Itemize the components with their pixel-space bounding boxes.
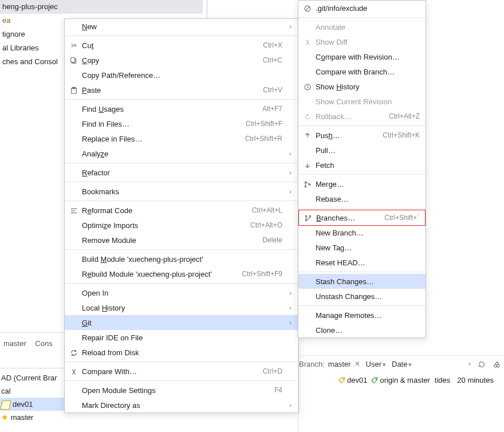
branch-local-group[interactable]: cal [0,384,64,398]
git-show-diff: Show Diff [298,34,426,49]
menu-separator [298,208,426,209]
git-new-tag[interactable]: New Tag… [298,240,426,255]
menu-find-in-files[interactable]: Find in Files… Ctrl+Shift+F [65,116,298,131]
git-log-row[interactable]: dev01 origin & master tides 20 minutes [338,374,504,386]
star-icon: ★ [1,413,9,422]
divider [0,332,63,333]
menu-separator [65,36,298,36]
git-rebase[interactable]: Rebase… [298,191,426,206]
log-commit-age: 20 minutes [457,376,494,384]
menu-replace-in-files[interactable]: Replace in Files… Ctrl+Shift+R [65,131,298,146]
menu-separator [298,272,426,272]
menu-paste[interactable]: Paste Ctrl+V [65,83,298,97]
git-compare-branch[interactable]: Compare with Branch… [298,64,426,79]
svg-point-16 [494,364,497,367]
menu-git[interactable]: Git › [65,315,298,330]
menu-separator [298,125,426,126]
git-fetch[interactable]: Fetch [298,158,426,172]
circle-slash-icon [302,3,313,13]
menu-build-module[interactable]: Build Module 'xuecheng-plus-project' [65,252,298,266]
clear-branch-filter-icon[interactable]: ✕ [355,360,360,368]
svg-point-19 [376,378,377,379]
menu-bookmarks[interactable]: Bookmarks › [65,184,298,199]
git-exclude[interactable]: .git/info/exclude [298,1,426,15]
menu-analyze[interactable]: Analyze › [65,146,298,161]
menu-separator [65,362,298,362]
git-merge[interactable]: Merge… [298,176,426,191]
git-stash-changes[interactable]: Stash Changes… [298,274,426,289]
menu-separator [65,99,298,100]
git-unstash-changes[interactable]: Unstash Changes… [298,289,426,304]
diff-icon [302,37,313,46]
date-filter[interactable]: Date▾ [392,360,418,368]
git-branches[interactable]: Branches… Ctrl+Shift+` [298,210,426,226]
menu-local-history[interactable]: Local History › [65,300,298,315]
git-reset-head[interactable]: Reset HEAD… [298,255,426,270]
menu-separator [298,305,426,306]
menu-compare-with[interactable]: Compare With… Ctrl+D [65,364,298,379]
menu-reload-from-disk[interactable]: Reload from Disk [65,345,298,360]
refresh-icon[interactable] [478,359,486,368]
lower-tabs: master Cons [0,338,56,349]
menu-copy-path[interactable]: Copy Path/Reference… [65,68,298,83]
git-show-current-revision: Show Current Revision [298,94,426,109]
submenu-arrow-icon: › [286,402,292,409]
menu-find-usages[interactable]: Find Usages Alt+F7 [65,101,298,116]
tab-master[interactable]: master [0,338,30,349]
menu-reformat-code[interactable]: Reformat Code Ctrl+Alt+L [65,203,298,218]
branch-master[interactable]: ★ master [0,411,64,424]
menu-repair-ide[interactable]: Repair IDE on File [65,330,298,345]
tab-console[interactable]: Cons [32,338,56,349]
git-push[interactable]: Push… Ctrl+Shift+K [298,128,426,143]
menu-optimize-imports[interactable]: Optimize Imports Ctrl+Alt+O [65,218,298,233]
fetch-icon [302,160,313,170]
menu-copy[interactable]: Copy Ctrl+C [65,53,298,68]
submenu-arrow-icon: › [286,169,292,176]
git-submenu: .git/info/exclude Annotate Show Diff Com… [298,0,426,338]
menu-open-module-settings[interactable]: Open Module Settings F4 [65,383,298,398]
menu-separator [65,249,298,250]
menu-remove-module[interactable]: Remove Module Delete [65,233,298,248]
branch-filter-value[interactable]: master [328,360,351,368]
log-tag-dev01: dev01 [347,376,367,384]
menu-open-in[interactable]: Open In › [65,285,298,300]
git-manage-remotes[interactable]: Manage Remotes… [298,308,426,323]
tag-icon [371,375,379,384]
menu-separator [298,17,426,18]
scissors-icon: ✂ [68,41,80,50]
reload-icon [68,348,80,357]
submenu-arrow-icon: › [286,289,292,296]
tag-icon [338,375,346,384]
menu-new[interactable]: New › [65,19,298,34]
submenu-arrow-icon: › [286,319,292,326]
branch-dev01[interactable]: dev01 [0,398,64,411]
tree-node-project[interactable]: heng-plus-projec [0,0,203,14]
git-compare-revision[interactable]: Compare with Revision… [298,49,426,64]
menu-separator [65,163,298,163]
git-clone[interactable]: Clone… [298,323,426,337]
next-icon[interactable]: › [468,359,471,368]
menu-cut[interactable]: ✂ Cut Ctrl+X [65,38,298,53]
branch-filter-label: Branch: [299,360,325,368]
cherry-pick-icon[interactable] [493,359,501,368]
svg-point-15 [309,215,311,217]
menu-mark-directory-as[interactable]: Mark Directory as › [65,398,298,413]
branch-head-current[interactable]: AD (Current Brar [0,371,64,384]
push-icon [302,131,313,140]
git-show-history[interactable]: Show History [298,79,426,94]
git-pull[interactable]: Pull… [298,143,426,158]
menu-separator [65,182,298,182]
svg-point-11 [305,186,306,187]
git-rollback: Rollback… Ctrl+Alt+Z [298,109,426,124]
user-filter[interactable]: User▾ [366,360,392,368]
menu-rebuild-module[interactable]: Rebuild Module 'xuecheng-plus-project' C… [65,266,298,281]
divider [207,0,207,18]
submenu-arrow-icon: › [286,23,292,30]
svg-point-13 [305,215,307,217]
git-new-branch[interactable]: New Branch… [298,225,426,240]
rollback-icon [302,112,313,121]
svg-rect-1 [71,58,75,62]
log-commit-msg: tides [435,376,450,384]
git-annotate: Annotate [298,19,426,34]
menu-refactor[interactable]: Refactor › [65,165,298,180]
